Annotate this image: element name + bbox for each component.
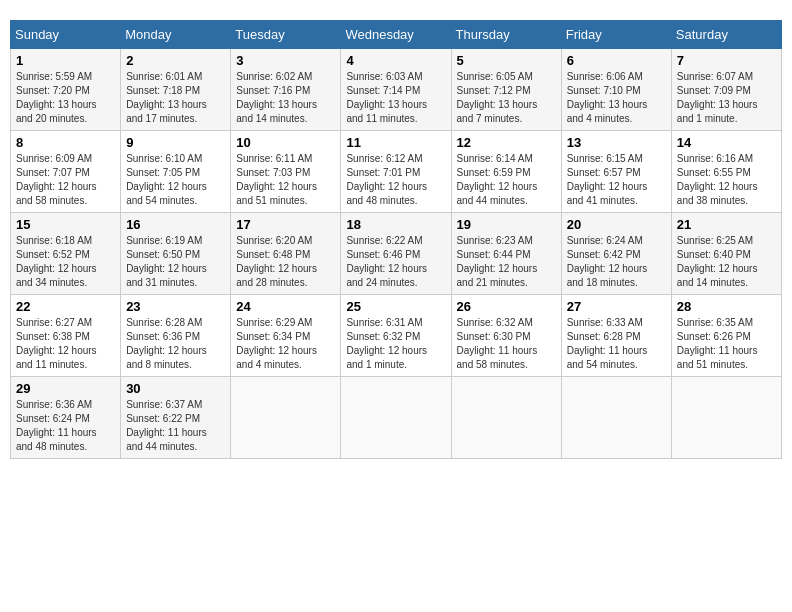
- day-info: Sunrise: 6:18 AM Sunset: 6:52 PM Dayligh…: [16, 234, 115, 290]
- calendar-week-5: 29 Sunrise: 6:36 AM Sunset: 6:24 PM Dayl…: [11, 377, 782, 459]
- day-number: 1: [16, 53, 115, 68]
- calendar-cell: 6 Sunrise: 6:06 AM Sunset: 7:10 PM Dayli…: [561, 49, 671, 131]
- day-number: 6: [567, 53, 666, 68]
- calendar-cell: 12 Sunrise: 6:14 AM Sunset: 6:59 PM Dayl…: [451, 131, 561, 213]
- calendar-cell: 14 Sunrise: 6:16 AM Sunset: 6:55 PM Dayl…: [671, 131, 781, 213]
- day-number: 30: [126, 381, 225, 396]
- calendar-cell: 29 Sunrise: 6:36 AM Sunset: 6:24 PM Dayl…: [11, 377, 121, 459]
- day-number: 23: [126, 299, 225, 314]
- day-info: Sunrise: 6:29 AM Sunset: 6:34 PM Dayligh…: [236, 316, 335, 372]
- page-header: [10, 10, 782, 12]
- calendar-cell: 28 Sunrise: 6:35 AM Sunset: 6:26 PM Dayl…: [671, 295, 781, 377]
- day-number: 3: [236, 53, 335, 68]
- day-number: 11: [346, 135, 445, 150]
- day-info: Sunrise: 6:07 AM Sunset: 7:09 PM Dayligh…: [677, 70, 776, 126]
- weekday-header-sunday: Sunday: [11, 21, 121, 49]
- calendar-cell: [341, 377, 451, 459]
- bird-icon: [18, 0, 40, 4]
- weekday-header-tuesday: Tuesday: [231, 21, 341, 49]
- weekday-header-saturday: Saturday: [671, 21, 781, 49]
- calendar-cell: 2 Sunrise: 6:01 AM Sunset: 7:18 PM Dayli…: [121, 49, 231, 131]
- weekday-header-friday: Friday: [561, 21, 671, 49]
- day-info: Sunrise: 6:31 AM Sunset: 6:32 PM Dayligh…: [346, 316, 445, 372]
- calendar-cell: [451, 377, 561, 459]
- calendar-header-row: SundayMondayTuesdayWednesdayThursdayFrid…: [11, 21, 782, 49]
- day-number: 16: [126, 217, 225, 232]
- calendar-cell: 5 Sunrise: 6:05 AM Sunset: 7:12 PM Dayli…: [451, 49, 561, 131]
- calendar-week-3: 15 Sunrise: 6:18 AM Sunset: 6:52 PM Dayl…: [11, 213, 782, 295]
- day-info: Sunrise: 6:28 AM Sunset: 6:36 PM Dayligh…: [126, 316, 225, 372]
- day-number: 7: [677, 53, 776, 68]
- day-number: 25: [346, 299, 445, 314]
- calendar-cell: [671, 377, 781, 459]
- calendar-cell: 23 Sunrise: 6:28 AM Sunset: 6:36 PM Dayl…: [121, 295, 231, 377]
- day-info: Sunrise: 6:01 AM Sunset: 7:18 PM Dayligh…: [126, 70, 225, 126]
- day-number: 18: [346, 217, 445, 232]
- day-info: Sunrise: 6:10 AM Sunset: 7:05 PM Dayligh…: [126, 152, 225, 208]
- day-info: Sunrise: 6:20 AM Sunset: 6:48 PM Dayligh…: [236, 234, 335, 290]
- day-number: 9: [126, 135, 225, 150]
- day-number: 27: [567, 299, 666, 314]
- calendar-cell: 16 Sunrise: 6:19 AM Sunset: 6:50 PM Dayl…: [121, 213, 231, 295]
- day-info: Sunrise: 6:36 AM Sunset: 6:24 PM Dayligh…: [16, 398, 115, 454]
- calendar-cell: 7 Sunrise: 6:07 AM Sunset: 7:09 PM Dayli…: [671, 49, 781, 131]
- day-info: Sunrise: 5:59 AM Sunset: 7:20 PM Dayligh…: [16, 70, 115, 126]
- day-info: Sunrise: 6:33 AM Sunset: 6:28 PM Dayligh…: [567, 316, 666, 372]
- day-number: 21: [677, 217, 776, 232]
- day-info: Sunrise: 6:27 AM Sunset: 6:38 PM Dayligh…: [16, 316, 115, 372]
- day-info: Sunrise: 6:06 AM Sunset: 7:10 PM Dayligh…: [567, 70, 666, 126]
- weekday-header-monday: Monday: [121, 21, 231, 49]
- day-info: Sunrise: 6:23 AM Sunset: 6:44 PM Dayligh…: [457, 234, 556, 290]
- calendar-cell: 25 Sunrise: 6:31 AM Sunset: 6:32 PM Dayl…: [341, 295, 451, 377]
- calendar-table: SundayMondayTuesdayWednesdayThursdayFrid…: [10, 20, 782, 459]
- day-number: 29: [16, 381, 115, 396]
- day-info: Sunrise: 6:37 AM Sunset: 6:22 PM Dayligh…: [126, 398, 225, 454]
- day-number: 12: [457, 135, 556, 150]
- calendar-cell: 9 Sunrise: 6:10 AM Sunset: 7:05 PM Dayli…: [121, 131, 231, 213]
- calendar-cell: 10 Sunrise: 6:11 AM Sunset: 7:03 PM Dayl…: [231, 131, 341, 213]
- day-number: 22: [16, 299, 115, 314]
- calendar-cell: 13 Sunrise: 6:15 AM Sunset: 6:57 PM Dayl…: [561, 131, 671, 213]
- day-info: Sunrise: 6:19 AM Sunset: 6:50 PM Dayligh…: [126, 234, 225, 290]
- day-number: 28: [677, 299, 776, 314]
- calendar-cell: 17 Sunrise: 6:20 AM Sunset: 6:48 PM Dayl…: [231, 213, 341, 295]
- calendar-week-2: 8 Sunrise: 6:09 AM Sunset: 7:07 PM Dayli…: [11, 131, 782, 213]
- calendar-cell: 1 Sunrise: 5:59 AM Sunset: 7:20 PM Dayli…: [11, 49, 121, 131]
- day-info: Sunrise: 6:11 AM Sunset: 7:03 PM Dayligh…: [236, 152, 335, 208]
- calendar-week-4: 22 Sunrise: 6:27 AM Sunset: 6:38 PM Dayl…: [11, 295, 782, 377]
- day-number: 20: [567, 217, 666, 232]
- day-info: Sunrise: 6:14 AM Sunset: 6:59 PM Dayligh…: [457, 152, 556, 208]
- day-number: 5: [457, 53, 556, 68]
- day-info: Sunrise: 6:32 AM Sunset: 6:30 PM Dayligh…: [457, 316, 556, 372]
- day-number: 19: [457, 217, 556, 232]
- calendar-cell: 15 Sunrise: 6:18 AM Sunset: 6:52 PM Dayl…: [11, 213, 121, 295]
- day-number: 26: [457, 299, 556, 314]
- calendar-cell: 19 Sunrise: 6:23 AM Sunset: 6:44 PM Dayl…: [451, 213, 561, 295]
- calendar-cell: 22 Sunrise: 6:27 AM Sunset: 6:38 PM Dayl…: [11, 295, 121, 377]
- day-info: Sunrise: 6:16 AM Sunset: 6:55 PM Dayligh…: [677, 152, 776, 208]
- day-number: 24: [236, 299, 335, 314]
- calendar-cell: 18 Sunrise: 6:22 AM Sunset: 6:46 PM Dayl…: [341, 213, 451, 295]
- calendar-cell: 3 Sunrise: 6:02 AM Sunset: 7:16 PM Dayli…: [231, 49, 341, 131]
- day-info: Sunrise: 6:22 AM Sunset: 6:46 PM Dayligh…: [346, 234, 445, 290]
- calendar-cell: 30 Sunrise: 6:37 AM Sunset: 6:22 PM Dayl…: [121, 377, 231, 459]
- day-number: 13: [567, 135, 666, 150]
- calendar-cell: 24 Sunrise: 6:29 AM Sunset: 6:34 PM Dayl…: [231, 295, 341, 377]
- day-number: 17: [236, 217, 335, 232]
- calendar-cell: 8 Sunrise: 6:09 AM Sunset: 7:07 PM Dayli…: [11, 131, 121, 213]
- calendar-cell: [231, 377, 341, 459]
- weekday-header-wednesday: Wednesday: [341, 21, 451, 49]
- calendar-cell: [561, 377, 671, 459]
- day-info: Sunrise: 6:03 AM Sunset: 7:14 PM Dayligh…: [346, 70, 445, 126]
- day-info: Sunrise: 6:24 AM Sunset: 6:42 PM Dayligh…: [567, 234, 666, 290]
- weekday-header-thursday: Thursday: [451, 21, 561, 49]
- day-info: Sunrise: 6:09 AM Sunset: 7:07 PM Dayligh…: [16, 152, 115, 208]
- day-number: 10: [236, 135, 335, 150]
- calendar-cell: 26 Sunrise: 6:32 AM Sunset: 6:30 PM Dayl…: [451, 295, 561, 377]
- calendar-cell: 21 Sunrise: 6:25 AM Sunset: 6:40 PM Dayl…: [671, 213, 781, 295]
- calendar-cell: 20 Sunrise: 6:24 AM Sunset: 6:42 PM Dayl…: [561, 213, 671, 295]
- day-info: Sunrise: 6:35 AM Sunset: 6:26 PM Dayligh…: [677, 316, 776, 372]
- day-number: 4: [346, 53, 445, 68]
- day-info: Sunrise: 6:15 AM Sunset: 6:57 PM Dayligh…: [567, 152, 666, 208]
- day-info: Sunrise: 6:02 AM Sunset: 7:16 PM Dayligh…: [236, 70, 335, 126]
